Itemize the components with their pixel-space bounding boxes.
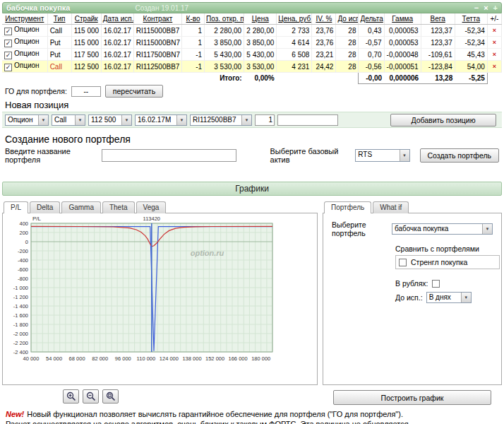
new-position-bar: Опцион▼ Call▼ 112 500▼ 16.02.17М▼ RI1125…: [2, 112, 502, 128]
tab-delta[interactable]: Delta: [30, 201, 60, 213]
tab-портфель[interactable]: Портфель: [324, 201, 371, 213]
tab-what-if[interactable]: What if: [373, 201, 409, 213]
quantity-input[interactable]: [255, 114, 275, 126]
column-header[interactable]: Страйк: [71, 13, 101, 25]
cell-vega: -109,61: [421, 49, 455, 61]
column-header[interactable]: Дельта: [359, 13, 384, 25]
cell-instrument: ✓Опцион: [2, 37, 47, 49]
expiry-select[interactable]: 16.02.17М▼: [135, 114, 187, 126]
new-badge: New!: [6, 410, 24, 418]
svg-text:-400: -400: [18, 257, 28, 264]
svg-text:200: 200: [19, 230, 28, 236]
column-header[interactable]: Гамма: [384, 13, 421, 25]
create-portfolio-button[interactable]: Создать портфель: [420, 148, 500, 163]
contract-select[interactable]: RI112500BB7▼: [190, 114, 252, 126]
footnote: New!Новый функционал позволяет вычислять…: [2, 409, 433, 424]
cell-contract: RI112500BB7: [133, 61, 181, 73]
recalculate-button[interactable]: пересчитать: [105, 85, 163, 98]
chevron-down-icon: ▼: [482, 224, 492, 234]
add-position-button[interactable]: Добавить позицию: [390, 114, 496, 126]
column-header[interactable]: IV. %: [312, 13, 336, 25]
close-icon[interactable]: ×: [484, 4, 488, 12]
column-header[interactable]: Инструмент: [2, 13, 47, 25]
delete-row-icon[interactable]: ×: [487, 25, 501, 37]
charts-section-header: Графики: [2, 182, 502, 196]
strike-select[interactable]: 112 500▼: [88, 114, 132, 126]
positions-table: ИнструментТипСтрайкДата исп.КонтрактК-во…: [2, 13, 502, 84]
zoom-out-button[interactable]: [83, 389, 99, 404]
svg-text:-2 400: -2 400: [13, 349, 28, 355]
cell-price: 3 530,00: [244, 61, 277, 73]
cell-price_rub: 6 508: [277, 49, 312, 61]
svg-text:-2 000: -2 000: [13, 331, 28, 337]
delete-row-icon[interactable]: ×: [487, 61, 501, 73]
cell-price: 5 430,00: [244, 49, 277, 61]
position-row: ✓ОпционPut117 50016.02.17RI117500BN7-15 …: [2, 49, 502, 61]
column-header[interactable]: Цена, руб.: [277, 13, 312, 25]
compare-portfolio-item[interactable]: Стренгл покупка: [399, 258, 496, 266]
column-header[interactable]: +/-: [487, 13, 501, 25]
cell-strike: 112 500: [71, 61, 101, 73]
cell-price: 2 280,00: [244, 25, 277, 37]
column-header[interactable]: До исп.: [336, 13, 359, 25]
zoom-in-icon: [66, 391, 76, 401]
column-header[interactable]: Поз. откр. по: [205, 13, 244, 25]
svg-text:-1 400: -1 400: [13, 303, 28, 310]
zoom-in-button[interactable]: [63, 389, 79, 404]
compare-checkbox[interactable]: [399, 259, 407, 266]
cell-theta: -52,34: [455, 25, 487, 37]
column-header[interactable]: К-во: [182, 13, 205, 25]
go-row: ГО для портфеля: -- пересчитать: [2, 84, 502, 98]
column-header[interactable]: Дата исп.: [101, 13, 133, 25]
chart-tabs: P/LDeltaGammaThetaVega: [4, 201, 318, 213]
cell-delta: 0,70: [359, 49, 384, 61]
days-label: До исп.:: [395, 293, 423, 302]
row-checkbox[interactable]: ✓: [4, 28, 12, 35]
cell-type: Call: [47, 61, 71, 73]
portfolio-name-input[interactable]: [102, 149, 236, 162]
svg-text:P/L: P/L: [32, 216, 42, 222]
zoom-reset-button[interactable]: [102, 389, 119, 404]
days-select[interactable]: В днях▼: [426, 292, 472, 303]
pl-chart[interactable]: -2 400-2 200-2 000-1 800-1 600-1 400-1 2…: [3, 213, 313, 370]
tab-vega[interactable]: Vega: [136, 201, 167, 213]
row-checkbox[interactable]: ✓: [4, 64, 12, 71]
base-asset-select[interactable]: RTS▼: [355, 149, 409, 162]
cell-days: 28: [336, 49, 359, 61]
totals-theta: -5,25: [455, 73, 487, 84]
svg-text:96 000: 96 000: [115, 355, 131, 362]
chart-panel: -2 400-2 200-2 000-1 800-1 600-1 400-1 2…: [2, 213, 318, 385]
totals-delta: -0,00: [359, 73, 384, 84]
column-header[interactable]: Тип: [47, 13, 71, 25]
compare-label: Сравнить с портфелями: [395, 245, 493, 253]
row-checkbox[interactable]: ✓: [4, 40, 12, 47]
instrument-label: Опцион: [14, 61, 40, 69]
build-chart-button[interactable]: Построить график: [333, 390, 491, 405]
cell-iv: 23,76: [312, 25, 336, 37]
price-input[interactable]: [277, 114, 338, 126]
cell-price_rub: 2 733: [277, 25, 312, 37]
add-window-icon[interactable]: +: [493, 4, 498, 12]
column-header[interactable]: Контракт: [133, 13, 181, 25]
tab-theta[interactable]: Theta: [102, 201, 135, 213]
column-header[interactable]: Вега: [421, 13, 455, 25]
select-portfolio-label: Выберите портфель: [332, 220, 392, 237]
cell-strike: 115 000: [71, 37, 101, 49]
row-checkbox[interactable]: ✓: [4, 52, 12, 59]
column-header[interactable]: Цена: [244, 13, 277, 25]
totals-gamma: 0,000006: [384, 73, 421, 84]
column-header[interactable]: Тетта: [455, 13, 487, 25]
instrument-select[interactable]: Опцион▼: [5, 114, 49, 126]
cell-vega: 123,37: [421, 37, 455, 49]
rubles-checkbox[interactable]: [432, 280, 440, 288]
portfolio-select[interactable]: бабочка покупка▼: [392, 223, 493, 235]
tab-p-l[interactable]: P/L: [4, 201, 28, 213]
delete-row-icon[interactable]: ×: [487, 49, 501, 61]
charts-area: P/LDeltaGammaThetaVega -2 400-2 200-2 00…: [2, 201, 502, 405]
tab-gamma[interactable]: Gamma: [61, 201, 101, 213]
portfolio-titlebar: бабочка покупка Создан 19.01.17 − × +: [2, 2, 502, 13]
delete-row-icon[interactable]: ×: [487, 37, 501, 49]
chevron-down-icon: ▼: [75, 115, 85, 125]
type-select[interactable]: Call▼: [52, 114, 85, 126]
minimize-icon[interactable]: −: [474, 4, 479, 12]
